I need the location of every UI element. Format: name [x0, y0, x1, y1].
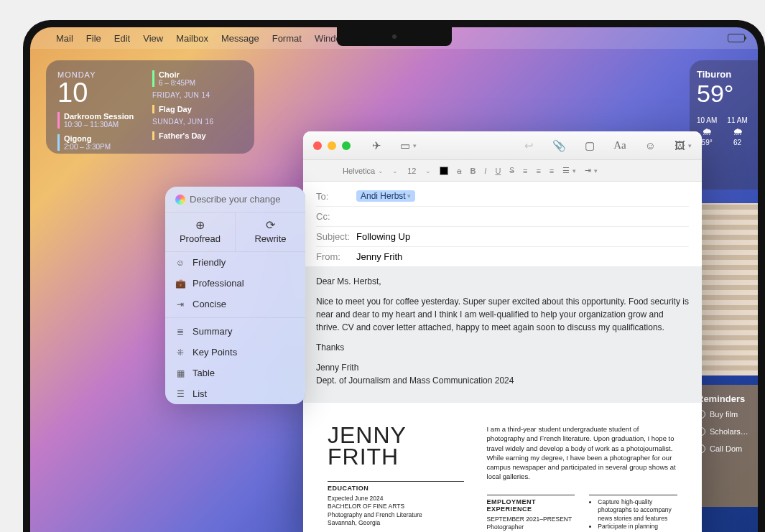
- window-titlebar[interactable]: ✈︎ ▭▾ ↩︎ 📎 ▢ Aa ☺ 🖼▾: [303, 131, 702, 160]
- resume-employment-heading: EMPLOYMENT EXPERIENCE: [487, 498, 575, 513]
- font-size-select[interactable]: ⌄ 12 ⌄: [392, 167, 431, 175]
- rewrite-icon: ⟳: [236, 218, 305, 232]
- strikethrough-button[interactable]: S: [509, 167, 514, 174]
- calendar-widget[interactable]: MONDAY 10 Darkroom Session10:30 – 11:30A…: [46, 60, 254, 154]
- color-swatch[interactable]: [440, 167, 448, 175]
- strike-icon[interactable]: a: [457, 167, 461, 175]
- key-icon: ⁜: [175, 347, 185, 358]
- cal-upcoming-date: FRIDAY, JUN 14: [152, 91, 243, 99]
- resume-name-last: FRITH: [328, 446, 464, 467]
- calendar-day-number: 10: [57, 79, 144, 106]
- reminder-label: Buy film: [710, 410, 738, 419]
- body-greeting: Dear Ms. Herbst,: [316, 275, 689, 288]
- reminders-title: Reminders: [697, 393, 751, 404]
- reminder-item[interactable]: Scholars…: [697, 427, 751, 436]
- subject-field[interactable]: Following Up: [356, 231, 410, 242]
- weather-hour-temp: 62: [727, 139, 747, 146]
- reminder-item[interactable]: Buy film: [697, 410, 751, 419]
- transform-table-button[interactable]: ▦Table: [165, 363, 305, 383]
- compress-icon: ⇥: [175, 299, 185, 309]
- table-icon: ▦: [175, 368, 185, 378]
- cc-label: Cc:: [316, 211, 356, 222]
- mail-compose-window: ✈︎ ▭▾ ↩︎ 📎 ▢ Aa ☺ 🖼▾ Helvetica ⌄ ⌄ 12 ⌄ …: [303, 131, 702, 532]
- describe-change-field[interactable]: Describe your change: [190, 194, 280, 205]
- tone-friendly-button[interactable]: ☺Friendly: [165, 252, 305, 273]
- cal-event-time: 2:00 – 3:30PM: [64, 143, 144, 151]
- proofread-button[interactable]: ⊕Proofread: [165, 213, 236, 251]
- align-center-icon[interactable]: ≡: [536, 167, 540, 175]
- reply-icon[interactable]: ↩︎: [524, 139, 534, 152]
- menu-file[interactable]: File: [86, 33, 101, 44]
- minimize-icon[interactable]: [328, 141, 336, 150]
- italic-button[interactable]: I: [484, 167, 486, 175]
- send-icon[interactable]: ✈︎: [372, 139, 381, 152]
- tone-concise-button[interactable]: ⇥Concise: [165, 294, 305, 314]
- list-icon: ☰: [175, 389, 185, 399]
- resume-education-heading: EDUCATION: [328, 485, 464, 492]
- desktop-screen: Mail File Edit View Mailbox Message Form…: [30, 27, 758, 532]
- format-bar: Helvetica ⌄ ⌄ 12 ⌄ a B I U S ≡ ≡ ≡ ☰ ▾ ⇥…: [303, 160, 702, 182]
- from-value[interactable]: Jenny Frith: [356, 251, 402, 262]
- resume-summary: I am a third-year student undergraduate …: [487, 424, 677, 482]
- chevron-down-icon: ▾: [413, 142, 417, 149]
- menu-message[interactable]: Message: [221, 33, 259, 44]
- align-right-icon[interactable]: ≡: [550, 167, 554, 175]
- cal-event-title: Choir: [159, 70, 243, 79]
- macbook-frame: Mail File Edit View Mailbox Message Form…: [23, 20, 765, 532]
- rain-icon: 🌧: [727, 126, 747, 137]
- reminder-label: Scholars…: [710, 427, 748, 436]
- rewrite-button[interactable]: ⟳Rewrite: [236, 213, 305, 251]
- cal-event-time: 6 – 8:45PM: [159, 79, 243, 87]
- header-fields-button[interactable]: ▭▾: [400, 139, 417, 152]
- font-select[interactable]: Helvetica ⌄: [343, 167, 384, 175]
- bold-button[interactable]: B: [470, 167, 476, 175]
- recipient-pill[interactable]: Andi Herbst▾: [356, 190, 415, 202]
- cal-event-title: Qigong: [64, 134, 144, 143]
- zoom-icon[interactable]: [342, 141, 351, 150]
- attach-icon[interactable]: 📎: [552, 139, 566, 152]
- menu-view[interactable]: View: [143, 33, 163, 44]
- close-icon[interactable]: [313, 141, 322, 150]
- emoji-icon[interactable]: ☺: [645, 139, 656, 151]
- cal-event-time: 10:30 – 11:30AM: [64, 121, 144, 129]
- message-body[interactable]: Dear Ms. Herbst, Nice to meet you for co…: [303, 266, 702, 403]
- menu-format[interactable]: Format: [272, 33, 302, 44]
- cal-event-title: Flag Day: [159, 105, 243, 113]
- underline-button[interactable]: U: [495, 167, 501, 175]
- body-signature-dept: Dept. of Journalism and Mass Communicati…: [316, 374, 689, 387]
- compose-headers: To:Andi Herbst▾ Cc: Subject:Following Up…: [303, 182, 702, 266]
- body-paragraph: Nice to meet you for coffee yesterday. S…: [316, 295, 689, 334]
- weather-location: Tiburon: [697, 69, 751, 80]
- transform-keypoints-button[interactable]: ⁜Key Points: [165, 342, 305, 363]
- reminder-item[interactable]: Call Dom: [697, 444, 751, 453]
- text-style-icon[interactable]: Aa: [613, 139, 626, 151]
- indent-menu[interactable]: ⇥ ▾: [585, 166, 598, 175]
- photo-browser-button[interactable]: 🖼▾: [674, 139, 692, 151]
- magnify-icon: ⊕: [165, 218, 235, 232]
- doc-icon: ≣: [175, 327, 185, 337]
- cal-upcoming-date: SUNDAY, JUN 16: [152, 118, 243, 126]
- weather-hour-label: 10 AM: [697, 116, 717, 124]
- reminder-label: Call Dom: [710, 444, 742, 453]
- battery-icon[interactable]: [728, 34, 745, 42]
- app-menu[interactable]: Mail: [56, 33, 73, 44]
- cal-event-title: Darkroom Session: [64, 112, 144, 121]
- list-menu[interactable]: ☰ ▾: [562, 166, 576, 175]
- weather-temperature: 59°: [697, 80, 751, 108]
- resume-attachment[interactable]: JENNY FRITH EDUCATION Expected June 2024…: [303, 403, 702, 532]
- cal-event-title: Father's Day: [159, 131, 243, 140]
- transform-summary-button[interactable]: ≣Summary: [165, 321, 305, 342]
- align-left-icon[interactable]: ≡: [523, 167, 527, 175]
- sparkle-icon: [175, 195, 185, 205]
- weather-hour-label: 11 AM: [727, 116, 747, 124]
- markup-icon[interactable]: ▢: [585, 139, 595, 152]
- menu-edit[interactable]: Edit: [114, 33, 130, 44]
- tone-professional-button[interactable]: 💼Professional: [165, 273, 305, 294]
- chevron-down-icon: ▾: [688, 142, 692, 149]
- resume-name-first: JENNY: [328, 424, 464, 446]
- menu-mailbox[interactable]: Mailbox: [176, 33, 208, 44]
- transform-list-button[interactable]: ☰List: [165, 383, 305, 404]
- display-notch: [337, 27, 452, 46]
- writing-tools-popover: Describe your change ⊕Proofread ⟳Rewrite…: [165, 187, 305, 404]
- resume-bullets: Capture high-quality photographs to acco…: [589, 498, 677, 532]
